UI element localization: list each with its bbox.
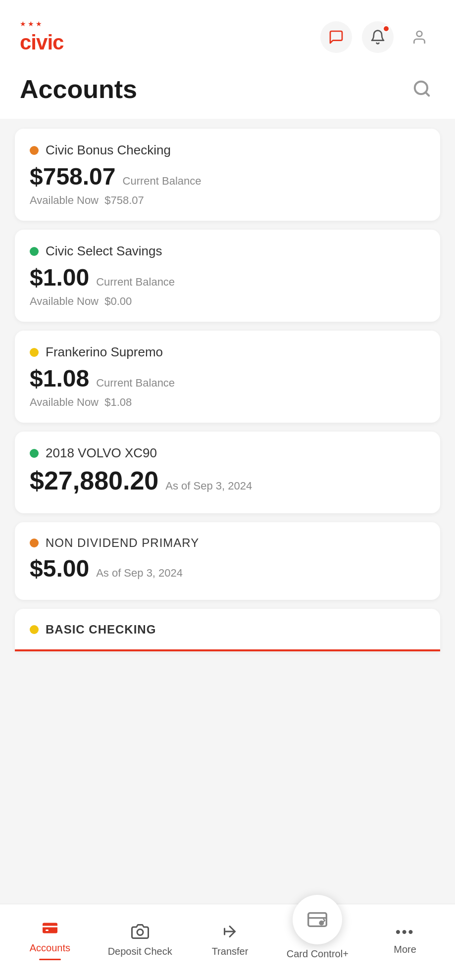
account-balance: $758.07	[30, 163, 116, 190]
account-name: Civic Bonus Checking	[46, 143, 171, 158]
account-balance-row: $27,880.20 As of Sep 3, 2024	[30, 466, 425, 495]
notification-dot	[383, 25, 390, 32]
account-balance: $27,880.20	[30, 466, 158, 495]
account-balance-row: $758.07 Current Balance	[30, 163, 425, 190]
svg-line-2	[425, 92, 429, 96]
message-icon	[328, 29, 344, 45]
balance-label: Current Balance	[96, 276, 175, 289]
logo-star-2: ★	[28, 20, 34, 28]
profile-icon	[411, 29, 427, 45]
account-available: Available Now $0.00	[30, 295, 425, 308]
accounts-icon	[41, 919, 59, 937]
account-balance: $1.08	[30, 365, 89, 392]
transfer-nav-label: Transfer	[212, 946, 249, 957]
available-label: Available Now	[30, 396, 99, 408]
active-underline	[39, 959, 61, 960]
account-available: Available Now $758.07	[30, 194, 425, 207]
svg-point-0	[417, 31, 422, 37]
account-header: 2018 VOLVO XC90	[30, 445, 425, 461]
notification-button[interactable]	[362, 21, 394, 53]
card-control-circle[interactable]	[293, 895, 342, 944]
available-amount: $1.08	[101, 396, 132, 408]
account-balance-row: $1.08 Current Balance	[30, 365, 425, 392]
account-balance-row: $1.00 Current Balance	[30, 264, 425, 291]
account-header: Civic Select Savings	[30, 244, 425, 259]
search-icon	[412, 79, 431, 98]
available-label: Available Now	[30, 194, 99, 206]
account-header: Frankerino Supremo	[30, 344, 425, 360]
account-header: BASIC CHECKING	[30, 623, 425, 637]
bell-icon	[370, 29, 386, 45]
available-label: Available Now	[30, 295, 99, 307]
svg-point-11	[320, 921, 323, 925]
balance-label: Current Balance	[96, 377, 175, 390]
account-available: Available Now $1.08	[30, 396, 425, 409]
card-control-icon	[307, 910, 327, 930]
account-balance: $1.00	[30, 264, 89, 291]
available-amount: $0.00	[101, 295, 132, 307]
deposit-check-nav-label: Deposit Check	[108, 946, 172, 957]
accounts-nav-label: Accounts	[30, 942, 70, 954]
account-card-civic-select-savings[interactable]: Civic Select Savings $1.00 Current Balan…	[15, 230, 440, 322]
transfer-icon	[221, 923, 239, 942]
header: ★ ★ ★ civic	[0, 0, 455, 64]
logo-star-1: ★	[20, 20, 26, 28]
nav-item-accounts[interactable]: Accounts	[5, 914, 95, 965]
account-name: BASIC CHECKING	[46, 623, 156, 637]
logo-stars: ★ ★ ★	[20, 20, 42, 28]
transfer-arrow-icon	[221, 923, 239, 940]
accounts-nav-icon	[41, 919, 59, 938]
account-name: NON DIVIDEND PRIMARY	[46, 536, 199, 550]
more-nav-label: More	[394, 944, 416, 955]
account-dot	[30, 449, 39, 458]
svg-point-6	[137, 929, 143, 935]
page-title-area: Accounts	[0, 64, 455, 119]
account-card-frankerino-supremo[interactable]: Frankerino Supremo $1.08 Current Balance…	[15, 331, 440, 423]
nav-item-transfer[interactable]: Transfer	[185, 918, 275, 962]
accounts-list: Civic Bonus Checking $758.07 Current Bal…	[0, 119, 455, 911]
account-card-civic-bonus-checking[interactable]: Civic Bonus Checking $758.07 Current Bal…	[15, 129, 440, 221]
account-name: Civic Select Savings	[46, 244, 162, 259]
balance-label: As of Sep 3, 2024	[96, 567, 183, 580]
page-title: Accounts	[20, 74, 137, 104]
account-header: Civic Bonus Checking	[30, 143, 425, 158]
app-container: ★ ★ ★ civic	[0, 0, 455, 980]
balance-label: Current Balance	[123, 175, 202, 188]
svg-rect-3	[43, 923, 57, 933]
camera-icon	[131, 923, 149, 940]
bottom-nav: Accounts Deposit Check Transfe	[0, 904, 455, 980]
logo-star-3: ★	[36, 20, 42, 28]
nav-item-more[interactable]: ••• More	[360, 919, 450, 960]
account-dot	[30, 247, 39, 256]
account-dot	[30, 625, 39, 634]
account-name: 2018 VOLVO XC90	[46, 445, 157, 461]
account-card-volvo-xc90[interactable]: 2018 VOLVO XC90 $27,880.20 As of Sep 3, …	[15, 432, 440, 513]
svg-rect-5	[46, 930, 49, 931]
more-icon: •••	[396, 924, 414, 940]
header-icons	[320, 21, 435, 53]
account-dot	[30, 348, 39, 357]
balance-label: As of Sep 3, 2024	[165, 480, 252, 492]
account-card-non-dividend-primary[interactable]: NON DIVIDEND PRIMARY $5.00 As of Sep 3, …	[15, 522, 440, 600]
nav-item-card-control[interactable]: Card Control+	[275, 920, 360, 960]
message-button[interactable]	[320, 21, 352, 53]
deposit-check-icon	[131, 923, 149, 942]
account-name: Frankerino Supremo	[46, 344, 163, 360]
account-balance-row: $5.00 As of Sep 3, 2024	[30, 555, 425, 582]
svg-rect-4	[43, 926, 57, 928]
logo: ★ ★ ★ civic	[20, 20, 63, 54]
search-button[interactable]	[408, 75, 435, 103]
account-balance: $5.00	[30, 555, 89, 582]
profile-button[interactable]	[404, 21, 435, 53]
account-card-basic-checking[interactable]: BASIC CHECKING	[15, 609, 440, 651]
card-control-nav-label: Card Control+	[287, 948, 349, 960]
logo-text: civic	[20, 31, 63, 54]
account-header: NON DIVIDEND PRIMARY	[30, 536, 425, 550]
nav-item-deposit-check[interactable]: Deposit Check	[95, 918, 185, 962]
account-dot	[30, 146, 39, 155]
available-amount: $758.07	[101, 194, 144, 206]
account-dot	[30, 539, 39, 547]
